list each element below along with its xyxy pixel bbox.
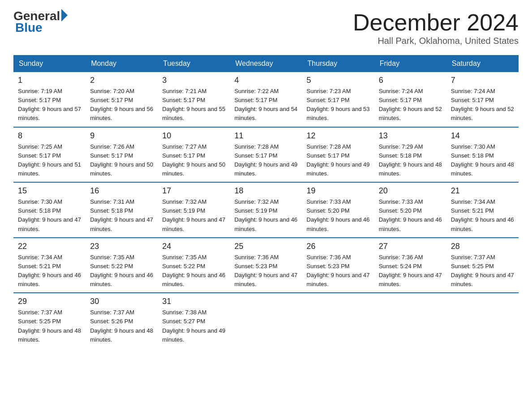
day-number: 5 <box>307 76 370 85</box>
calendar-cell: 2Sunrise: 7:20 AMSunset: 5:17 PMDaylight… <box>86 72 158 127</box>
calendar-week-1: 1Sunrise: 7:19 AMSunset: 5:17 PMDaylight… <box>13 72 519 127</box>
day-number: 2 <box>90 76 153 85</box>
calendar-cell: 23Sunrise: 7:35 AMSunset: 5:22 PMDayligh… <box>86 238 158 293</box>
day-info: Sunrise: 7:21 AMSunset: 5:17 PMDaylight:… <box>162 87 225 123</box>
day-info: Sunrise: 7:24 AMSunset: 5:17 PMDaylight:… <box>451 87 514 123</box>
calendar-cell: 1Sunrise: 7:19 AMSunset: 5:17 PMDaylight… <box>13 72 86 127</box>
calendar-cell: 8Sunrise: 7:25 AMSunset: 5:17 PMDaylight… <box>13 127 86 183</box>
day-info: Sunrise: 7:22 AMSunset: 5:17 PMDaylight:… <box>234 87 297 123</box>
calendar-cell: 25Sunrise: 7:36 AMSunset: 5:23 PMDayligh… <box>230 238 302 293</box>
calendar-cell: 12Sunrise: 7:28 AMSunset: 5:17 PMDayligh… <box>302 127 374 183</box>
day-number: 31 <box>162 297 225 306</box>
header-day-friday: Friday <box>374 55 446 72</box>
day-number: 14 <box>451 131 514 141</box>
day-info: Sunrise: 7:37 AMSunset: 5:26 PMDaylight:… <box>90 308 153 344</box>
calendar-cell: 22Sunrise: 7:34 AMSunset: 5:21 PMDayligh… <box>13 238 86 293</box>
calendar-cell: 24Sunrise: 7:35 AMSunset: 5:22 PMDayligh… <box>158 238 230 293</box>
month-title: December 2024 <box>353 9 519 36</box>
header-day-monday: Monday <box>86 55 158 72</box>
logo-blue-text: Blue <box>13 21 43 35</box>
day-info: Sunrise: 7:36 AMSunset: 5:23 PMDaylight:… <box>307 253 370 289</box>
day-info: Sunrise: 7:30 AMSunset: 5:18 PMDaylight:… <box>451 142 514 179</box>
calendar-body: 1Sunrise: 7:19 AMSunset: 5:17 PMDaylight… <box>13 72 519 348</box>
calendar-cell: 31Sunrise: 7:38 AMSunset: 5:27 PMDayligh… <box>158 293 230 348</box>
calendar-cell: 3Sunrise: 7:21 AMSunset: 5:17 PMDaylight… <box>158 72 230 127</box>
day-number: 11 <box>234 131 297 141</box>
calendar-cell <box>446 293 519 348</box>
day-number: 22 <box>18 242 81 251</box>
day-number: 30 <box>90 297 153 306</box>
calendar-cell: 17Sunrise: 7:32 AMSunset: 5:19 PMDayligh… <box>158 182 230 238</box>
location-text: Hall Park, Oklahoma, United States <box>353 36 519 46</box>
day-info: Sunrise: 7:31 AMSunset: 5:18 PMDaylight:… <box>90 197 153 234</box>
header-row: SundayMondayTuesdayWednesdayThursdayFrid… <box>13 55 519 72</box>
day-number: 7 <box>451 76 514 85</box>
header-day-tuesday: Tuesday <box>158 55 230 72</box>
day-number: 25 <box>234 242 297 251</box>
day-number: 10 <box>162 131 225 141</box>
day-number: 16 <box>90 186 153 196</box>
calendar-week-5: 29Sunrise: 7:37 AMSunset: 5:25 PMDayligh… <box>13 293 519 348</box>
calendar-table: SundayMondayTuesdayWednesdayThursdayFrid… <box>13 55 519 348</box>
calendar-cell: 19Sunrise: 7:33 AMSunset: 5:20 PMDayligh… <box>302 182 374 238</box>
day-info: Sunrise: 7:19 AMSunset: 5:17 PMDaylight:… <box>18 87 81 123</box>
day-number: 19 <box>307 186 370 196</box>
page-header: General Blue December 2024 Hall Park, Ok… <box>13 9 519 46</box>
day-info: Sunrise: 7:25 AMSunset: 5:17 PMDaylight:… <box>18 142 81 179</box>
calendar-cell: 13Sunrise: 7:29 AMSunset: 5:18 PMDayligh… <box>374 127 446 183</box>
day-info: Sunrise: 7:32 AMSunset: 5:19 PMDaylight:… <box>234 197 297 234</box>
day-number: 3 <box>162 76 225 85</box>
day-number: 15 <box>18 186 81 196</box>
header-day-sunday: Sunday <box>13 55 86 72</box>
day-number: 1 <box>18 76 81 85</box>
day-info: Sunrise: 7:38 AMSunset: 5:27 PMDaylight:… <box>162 308 225 344</box>
day-info: Sunrise: 7:36 AMSunset: 5:23 PMDaylight:… <box>234 253 297 289</box>
day-info: Sunrise: 7:28 AMSunset: 5:17 PMDaylight:… <box>307 142 370 179</box>
day-info: Sunrise: 7:33 AMSunset: 5:20 PMDaylight:… <box>307 197 370 234</box>
day-info: Sunrise: 7:35 AMSunset: 5:22 PMDaylight:… <box>162 253 225 289</box>
calendar-week-2: 8Sunrise: 7:25 AMSunset: 5:17 PMDaylight… <box>13 127 519 183</box>
day-number: 8 <box>18 131 81 141</box>
calendar-cell: 30Sunrise: 7:37 AMSunset: 5:26 PMDayligh… <box>86 293 158 348</box>
calendar-cell: 18Sunrise: 7:32 AMSunset: 5:19 PMDayligh… <box>230 182 302 238</box>
day-number: 23 <box>90 242 153 251</box>
day-number: 26 <box>307 242 370 251</box>
day-number: 17 <box>162 186 225 196</box>
day-info: Sunrise: 7:33 AMSunset: 5:20 PMDaylight:… <box>379 197 442 234</box>
day-number: 20 <box>379 186 442 196</box>
calendar-cell: 11Sunrise: 7:28 AMSunset: 5:17 PMDayligh… <box>230 127 302 183</box>
day-number: 4 <box>234 76 297 85</box>
day-info: Sunrise: 7:23 AMSunset: 5:17 PMDaylight:… <box>307 87 370 123</box>
calendar-cell: 26Sunrise: 7:36 AMSunset: 5:23 PMDayligh… <box>302 238 374 293</box>
day-info: Sunrise: 7:35 AMSunset: 5:22 PMDaylight:… <box>90 253 153 289</box>
day-number: 6 <box>379 76 442 85</box>
calendar-cell: 14Sunrise: 7:30 AMSunset: 5:18 PMDayligh… <box>446 127 519 183</box>
day-number: 21 <box>451 186 514 196</box>
day-info: Sunrise: 7:34 AMSunset: 5:21 PMDaylight:… <box>18 253 81 289</box>
day-info: Sunrise: 7:30 AMSunset: 5:18 PMDaylight:… <box>18 197 81 234</box>
calendar-cell: 20Sunrise: 7:33 AMSunset: 5:20 PMDayligh… <box>374 182 446 238</box>
calendar-cell: 9Sunrise: 7:26 AMSunset: 5:17 PMDaylight… <box>86 127 158 183</box>
day-info: Sunrise: 7:34 AMSunset: 5:21 PMDaylight:… <box>451 197 514 234</box>
calendar-cell <box>230 293 302 348</box>
calendar-week-4: 22Sunrise: 7:34 AMSunset: 5:21 PMDayligh… <box>13 238 519 293</box>
logo-triangle-icon <box>61 9 68 21</box>
calendar-cell: 28Sunrise: 7:37 AMSunset: 5:25 PMDayligh… <box>446 238 519 293</box>
calendar-cell <box>302 293 374 348</box>
calendar-cell: 29Sunrise: 7:37 AMSunset: 5:25 PMDayligh… <box>13 293 86 348</box>
header-day-saturday: Saturday <box>446 55 519 72</box>
calendar-cell <box>374 293 446 348</box>
day-number: 12 <box>307 131 370 141</box>
day-number: 9 <box>90 131 153 141</box>
calendar-cell: 16Sunrise: 7:31 AMSunset: 5:18 PMDayligh… <box>86 182 158 238</box>
header-day-wednesday: Wednesday <box>230 55 302 72</box>
calendar-header: SundayMondayTuesdayWednesdayThursdayFrid… <box>13 55 519 72</box>
day-info: Sunrise: 7:29 AMSunset: 5:18 PMDaylight:… <box>379 142 442 179</box>
day-number: 27 <box>379 242 442 251</box>
day-number: 28 <box>451 242 514 251</box>
calendar-cell: 27Sunrise: 7:36 AMSunset: 5:24 PMDayligh… <box>374 238 446 293</box>
day-info: Sunrise: 7:20 AMSunset: 5:17 PMDaylight:… <box>90 87 153 123</box>
calendar-cell: 15Sunrise: 7:30 AMSunset: 5:18 PMDayligh… <box>13 182 86 238</box>
calendar-cell: 4Sunrise: 7:22 AMSunset: 5:17 PMDaylight… <box>230 72 302 127</box>
day-info: Sunrise: 7:32 AMSunset: 5:19 PMDaylight:… <box>162 197 225 234</box>
